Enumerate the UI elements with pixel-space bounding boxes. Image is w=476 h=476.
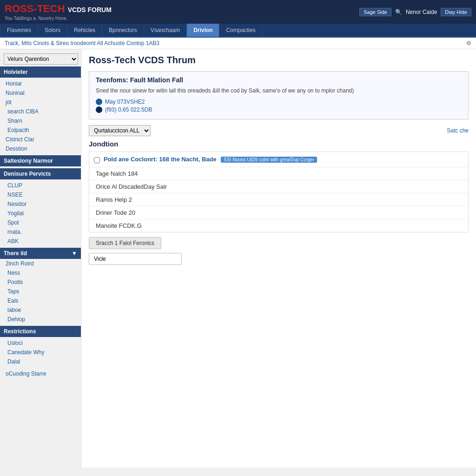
there-ild-label: There ild <box>4 250 27 257</box>
sidebar-item-yogilal[interactable]: Yogilal <box>0 209 81 218</box>
thread-detail-2: Ramis Help 2 <box>89 193 468 206</box>
thread-container: Pold ane Coclonrt: 168 the Nacht, Bade S… <box>89 152 469 232</box>
breadcrumb-text: Track, Mits Cinots & Slreo Iroodeomt All… <box>5 40 159 46</box>
sidebar-item-spot[interactable]: Spot <box>0 218 81 227</box>
sidebar-item-jot[interactable]: jòt <box>0 98 81 107</box>
sidebar-item-taps[interactable]: Taps <box>0 287 81 296</box>
sracch-button[interactable]: Sracch 1 Faiol Feronics <box>89 237 161 249</box>
logo-area: ROSS-TECH VCDS FORUM You Tabllings a. No… <box>5 3 112 21</box>
thread-detail-0: Tage Nalch 184 <box>89 167 468 180</box>
sidebar-item-canedate[interactable]: Canedate Why <box>0 348 81 357</box>
sidebar: Velurs Qarention Holvieter Honiar Nunina… <box>0 49 81 468</box>
sidebar-item-sharn[interactable]: Sharn <box>0 116 81 126</box>
chevron-down-icon: ▼ <box>72 250 77 257</box>
vicle-input[interactable] <box>89 253 182 265</box>
sidebar-item-usloci[interactable]: Usloci <box>0 338 81 348</box>
logo: ROSS-TECH VCDS FORUM You Tabllings a. No… <box>5 3 112 21</box>
top-right-controls: Sage Side 🔍 Nenor Caide Diay Hide <box>359 8 471 16</box>
sidebar-item-dalal[interactable]: Dalal <box>0 357 81 366</box>
tagline: You Tabllings a. Novelry Hone. <box>5 16 112 21</box>
section-title: Jondtion <box>89 140 469 148</box>
post-link-1: May 073VSHE2 <box>96 99 462 105</box>
sidebar-item-ness[interactable]: Ness <box>0 268 81 278</box>
nav-tabs: Flavemes Solors Rehicles Bpnnectors Vsan… <box>0 24 476 38</box>
thread-header-row: Pold ane Coclonrt: 168 the Nacht, Bade S… <box>89 152 468 167</box>
sidebar-item-ocuoding[interactable]: oCuoding Starre <box>0 369 81 378</box>
sage-side-button[interactable]: Sage Side <box>359 8 391 16</box>
sidebar-section-there-ild[interactable]: There ild ▼ <box>0 248 81 259</box>
sidebar-section-denisure: Denisure Pervicts <box>0 168 81 179</box>
sidebar-item-2inch[interactable]: 2inch Roird <box>0 259 81 268</box>
sidebar-item-search-clba[interactable]: search ClBA <box>0 107 81 116</box>
sort-right-link[interactable]: Satc che <box>447 127 469 134</box>
thread-badge: SSI Nooss UiDS colnt with grea/Dup Corge… <box>221 157 317 163</box>
sidebar-item-nesidor[interactable]: Nesidor <box>0 199 81 209</box>
thread-detail-1: Orice Al DiscadedDay Sair <box>89 180 468 193</box>
thread-title-area: Pold ane Coclonrt: 168 the Nacht, Bade S… <box>104 156 317 163</box>
sidebar-item-nuninal[interactable]: Nuninal <box>0 88 81 98</box>
sidebar-item-rnata[interactable]: rnata. <box>0 227 81 237</box>
tab-compacties[interactable]: Compacties <box>219 24 262 37</box>
bullet-navy-icon <box>96 106 102 113</box>
thread-title-link[interactable]: Pold ane Coclonrt: 168 the Nacht, Bade <box>104 156 217 163</box>
sidebar-section-salteslony: Salteslony Narmor <box>0 155 81 166</box>
sidebar-item-honiar[interactable]: Honiar <box>0 79 81 88</box>
sidebar-item-eolpacth[interactable]: Eolpacth <box>0 126 81 135</box>
diay-hide-button[interactable]: Diay Hide <box>441 8 471 16</box>
sidebar-item-cistnct[interactable]: Cistnct Clar <box>0 135 81 144</box>
main-layout: Velurs Qarention Holvieter Honiar Nunina… <box>0 49 476 468</box>
nenor-caide-label: Nenor Caide <box>406 9 437 15</box>
thread-checkbox[interactable] <box>94 157 100 163</box>
tab-rehicles[interactable]: Rehicles <box>67 24 102 37</box>
settings-icon[interactable]: ⚙ <box>466 40 471 46</box>
sidebar-item-eals[interactable]: Eals <box>0 296 81 305</box>
sort-bar: Qurtalucctcon ALL Satc che <box>89 125 469 136</box>
sidebar-item-dehlop[interactable]: Dehlop <box>0 315 81 324</box>
sidebar-item-clup[interactable]: CLUP <box>0 181 81 190</box>
post-box: Teenfoms: Fault Mlation Fall Sned the no… <box>89 71 469 119</box>
sidebar-section-restrictions: Restrictions <box>0 326 81 337</box>
post-box-body: Sned the nour sinew for witin lall this … <box>96 86 462 95</box>
tab-flavemes[interactable]: Flavemes <box>0 24 38 37</box>
bullet-blue-icon <box>96 99 102 105</box>
sidebar-item-laboe[interactable]: laboe <box>0 305 81 315</box>
main-content: Ross-Tech VCDS Thrum Teenfoms: Fault Mla… <box>81 49 476 468</box>
search-icon: 🔍 <box>395 9 402 15</box>
sidebar-item-desstion[interactable]: Desstion <box>0 144 81 153</box>
sidebar-dropdown[interactable]: Velurs Qarention <box>4 53 78 65</box>
tab-solors[interactable]: Solors <box>38 24 67 37</box>
sidebar-item-pootls[interactable]: Pootls <box>0 278 81 287</box>
post-link-2: (f93) 0.65 022.5DB <box>96 106 462 113</box>
page-title: Ross-Tech VCDS Thrum <box>89 55 469 66</box>
post-link-1-text[interactable]: May 073VSHE2 <box>105 99 145 105</box>
post-box-title: Teenfoms: Fault Mlation Fall <box>96 76 462 84</box>
sort-select[interactable]: Qurtalucctcon ALL <box>89 125 151 136</box>
logo-red: ROSS-TECH <box>5 3 65 14</box>
tab-vsanchaam[interactable]: Vsanchaam <box>144 24 187 37</box>
tab-bpnnectors[interactable]: Bpnnectors <box>102 24 144 37</box>
top-bar: ROSS-TECH VCDS FORUM You Tabllings a. No… <box>0 0 476 24</box>
sidebar-section-holvieter: Holvieter <box>0 66 81 78</box>
breadcrumb-bar: Track, Mits Cinots & Slreo Iroodeomt All… <box>0 38 476 49</box>
tab-drivion[interactable]: Drivion <box>187 24 219 37</box>
thread-detail-3: Driner Tode 20 <box>89 206 468 219</box>
sidebar-item-abk[interactable]: ABK <box>0 237 81 246</box>
thread-detail-4: Manoite FCDK.G <box>89 219 468 232</box>
forum-title: VCDS FORUM <box>68 6 112 13</box>
post-link-2-text[interactable]: (f93) 0.65 022.5DB <box>105 106 152 113</box>
sidebar-item-nsee[interactable]: NSEE <box>0 190 81 199</box>
